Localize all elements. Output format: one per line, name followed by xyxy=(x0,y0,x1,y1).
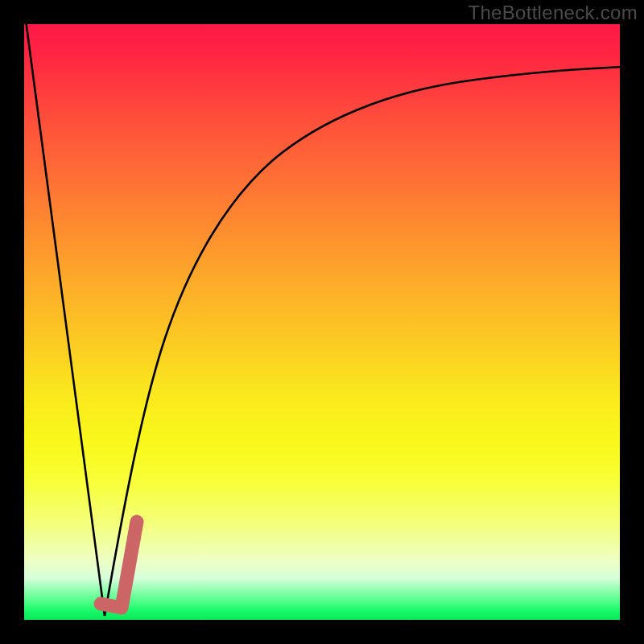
chart-plot-area xyxy=(24,24,620,620)
series-highlight-tick xyxy=(101,522,137,608)
chart-curves-svg xyxy=(24,24,620,620)
series-saturating-curve xyxy=(105,67,620,616)
watermark-text: TheBottleneck.com xyxy=(468,2,638,24)
series-left-descent xyxy=(26,24,105,616)
